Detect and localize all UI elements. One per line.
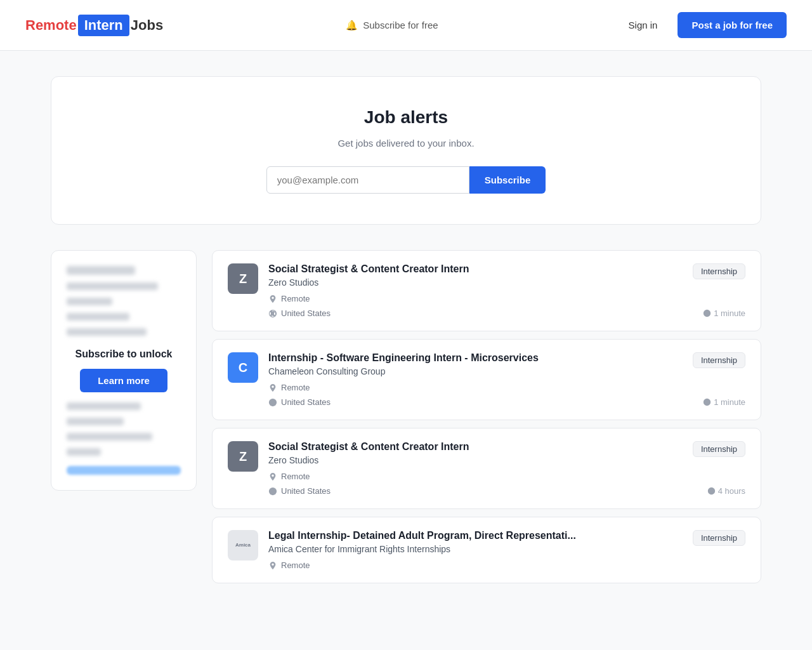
- job-badge: Internship: [693, 441, 745, 457]
- location-icon: [268, 295, 277, 303]
- sign-in-button[interactable]: Sign in: [621, 15, 665, 36]
- job-title: Legal Internship- Detained Adult Program…: [268, 530, 576, 541]
- job-location: Remote: [281, 383, 310, 392]
- job-time-label: 4 hours: [718, 486, 745, 496]
- company-logo: Z: [228, 441, 258, 472]
- clock-icon: [703, 398, 711, 406]
- location-icon: [268, 561, 277, 570]
- job-card[interactable]: Z Social Strategist & Content Creator In…: [212, 428, 761, 509]
- job-alerts-title: Job alerts: [77, 107, 735, 128]
- sidebar-blur-item: [67, 433, 152, 441]
- job-listings: Z Social Strategist & Content Creator In…: [212, 250, 761, 583]
- job-card[interactable]: C Internship - Software Engineering Inte…: [212, 339, 761, 420]
- job-info: Social Strategist & Content Creator Inte…: [268, 441, 745, 496]
- job-company: Amica Center for Immigrant Rights Intern…: [268, 544, 576, 554]
- header: Remote Intern Jobs 🔔 Subscribe for free …: [0, 0, 812, 51]
- logo-remote: Remote: [25, 17, 77, 34]
- job-title-group: Social Strategist & Content Creator Inte…: [268, 441, 469, 472]
- globe-icon: [268, 398, 277, 407]
- job-footer: United States 1 minute: [268, 308, 745, 318]
- email-form: Subscribe: [77, 166, 735, 194]
- subscribe-nav-label: Subscribe for free: [363, 20, 438, 30]
- job-badge: Internship: [693, 530, 745, 546]
- learn-more-button[interactable]: Learn more: [80, 369, 167, 392]
- job-badge: Internship: [693, 263, 745, 279]
- job-time-label: 1 minute: [714, 397, 745, 407]
- job-meta: Remote United States 1 minute: [268, 383, 745, 407]
- sidebar-blur-bottom: [67, 466, 181, 475]
- job-title-group: Internship - Software Engineering Intern…: [268, 352, 539, 383]
- job-location: Remote: [281, 294, 310, 303]
- sidebar-blur-item: [67, 328, 147, 336]
- job-title-group: Social Strategist & Content Creator Inte…: [268, 263, 469, 294]
- job-info: Social Strategist & Content Creator Inte…: [268, 263, 745, 318]
- subscribe-button[interactable]: Subscribe: [469, 166, 546, 194]
- job-country: United States: [281, 308, 331, 318]
- job-title-group: Legal Internship- Detained Adult Program…: [268, 530, 576, 560]
- post-job-button[interactable]: Post a job for free: [678, 12, 787, 38]
- email-input[interactable]: [266, 166, 469, 194]
- job-footer: United States 1 minute: [268, 397, 745, 407]
- globe-icon: [268, 487, 277, 496]
- sidebar-blur-item: [67, 266, 135, 275]
- subscribe-nav[interactable]: 🔔 Subscribe for free: [346, 20, 438, 31]
- job-location-row: Remote: [268, 560, 745, 570]
- job-country-row: United States: [268, 486, 331, 496]
- job-alerts-subtitle: Get jobs delivered to your inbox.: [77, 138, 735, 149]
- bell-icon: 🔔: [346, 20, 358, 31]
- job-header: Social Strategist & Content Creator Inte…: [268, 263, 745, 294]
- job-badge: Internship: [693, 352, 745, 368]
- location-icon: [268, 472, 277, 481]
- company-logo: Amica: [228, 530, 258, 560]
- job-company: Chameleon Consulting Group: [268, 366, 539, 376]
- header-actions: Sign in Post a job for free: [621, 12, 787, 38]
- job-card[interactable]: Z Social Strategist & Content Creator In…: [212, 250, 761, 331]
- location-icon: [268, 383, 277, 392]
- company-logo: Z: [228, 263, 258, 294]
- content-area: Subscribe to unlock Learn more Z Social …: [51, 250, 761, 583]
- job-info: Internship - Software Engineering Intern…: [268, 352, 745, 407]
- job-time-label: 1 minute: [714, 308, 745, 318]
- job-title: Internship - Software Engineering Intern…: [268, 352, 539, 364]
- job-country-row: United States: [268, 308, 331, 318]
- main-content: Job alerts Get jobs delivered to your in…: [25, 51, 787, 609]
- job-header: Internship - Software Engineering Intern…: [268, 352, 745, 383]
- job-country: United States: [281, 397, 331, 407]
- job-card[interactable]: Amica Legal Internship- Detained Adult P…: [212, 517, 761, 583]
- sidebar-blur-item: [67, 418, 124, 425]
- job-time: 4 hours: [707, 486, 745, 496]
- job-company: Zero Studios: [268, 277, 469, 288]
- subscribe-unlock-section: Subscribe to unlock Learn more: [67, 348, 181, 392]
- sidebar-blur-item: [67, 313, 129, 321]
- company-logo: C: [228, 352, 258, 383]
- job-meta: Remote: [268, 560, 745, 570]
- sidebar: Subscribe to unlock Learn more: [51, 250, 197, 491]
- job-info: Legal Internship- Detained Adult Program…: [268, 530, 745, 570]
- job-location: Remote: [281, 560, 310, 570]
- sidebar-blur-item: [67, 298, 112, 305]
- job-location-row: Remote: [268, 294, 745, 303]
- job-company: Zero Studios: [268, 455, 469, 465]
- job-title: Social Strategist & Content Creator Inte…: [268, 441, 469, 453]
- job-meta: Remote United States 1 minute: [268, 294, 745, 318]
- clock-icon: [707, 487, 716, 495]
- job-alerts-section: Job alerts Get jobs delivered to your in…: [51, 76, 761, 225]
- job-time: 1 minute: [703, 397, 745, 407]
- subscribe-unlock-text: Subscribe to unlock: [67, 348, 181, 360]
- job-meta: Remote United States 4 hours: [268, 472, 745, 496]
- logo[interactable]: Remote Intern Jobs: [25, 15, 163, 36]
- job-location-row: Remote: [268, 472, 745, 481]
- job-location: Remote: [281, 472, 310, 481]
- job-footer: United States 4 hours: [268, 486, 745, 496]
- job-title: Social Strategist & Content Creator Inte…: [268, 263, 469, 275]
- job-location-row: Remote: [268, 383, 745, 392]
- job-country: United States: [281, 486, 331, 496]
- sidebar-blur-item: [67, 282, 158, 290]
- globe-icon: [268, 309, 277, 318]
- sidebar-blur-item: [67, 402, 141, 410]
- logo-intern: Intern: [78, 15, 129, 36]
- sidebar-blur-item: [67, 448, 101, 456]
- clock-icon: [703, 309, 711, 317]
- job-country-row: United States: [268, 397, 331, 407]
- job-time: 1 minute: [703, 308, 745, 318]
